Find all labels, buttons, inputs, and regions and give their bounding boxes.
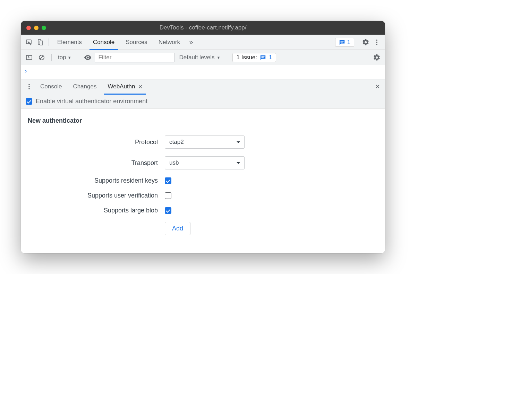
execution-context-select[interactable]: top ▼ — [56, 54, 74, 61]
minimize-window-button[interactable] — [34, 26, 39, 30]
context-label: top — [58, 54, 66, 61]
maximize-window-button[interactable] — [42, 26, 46, 30]
drawer-more-icon[interactable] — [24, 81, 35, 92]
protocol-row: Protocol ctap2 — [28, 135, 378, 149]
svg-line-10 — [40, 56, 43, 59]
tab-label: Console — [40, 83, 62, 90]
chevron-down-icon: ▼ — [217, 55, 221, 60]
titlebar: DevTools - coffee-cart.netlify.app/ — [21, 21, 385, 35]
svg-rect-4 — [340, 42, 342, 42]
add-button-row: Add — [28, 222, 378, 235]
svg-point-14 — [28, 86, 30, 87]
inspect-element-icon[interactable] — [24, 37, 35, 48]
large-blob-row: Supports large blob — [28, 207, 378, 214]
drawer-tab-strip: Console Changes WebAuthn ✕ ✕ — [21, 79, 385, 94]
enable-virtual-authenticator-label: Enable virtual authenticator environment — [36, 98, 147, 105]
tab-elements[interactable]: Elements — [52, 35, 87, 50]
separator — [49, 38, 49, 46]
tab-network[interactable]: Network — [153, 35, 186, 50]
window-title: DevTools - coffee-cart.netlify.app/ — [21, 24, 385, 31]
messages-badge[interactable]: 1 — [335, 38, 354, 47]
user-verification-checkbox[interactable] — [165, 192, 171, 199]
separator — [78, 54, 78, 61]
chevron-down-icon — [237, 162, 240, 164]
svg-rect-11 — [262, 56, 265, 56]
issues-label: 1 Issue: — [236, 54, 257, 61]
separator — [357, 38, 357, 46]
traffic-lights — [26, 26, 46, 30]
svg-point-7 — [376, 44, 377, 45]
tab-console[interactable]: Console — [87, 35, 120, 50]
transport-value: usb — [169, 159, 179, 166]
transport-select[interactable]: usb — [165, 156, 245, 169]
large-blob-label: Supports large blob — [28, 207, 165, 214]
svg-rect-3 — [340, 41, 343, 41]
resident-keys-checkbox[interactable] — [165, 177, 171, 184]
live-expression-icon[interactable] — [82, 52, 93, 63]
separator — [228, 54, 228, 61]
large-blob-checkbox[interactable] — [165, 207, 171, 214]
user-verification-label: Supports user verification — [28, 192, 165, 199]
add-authenticator-button[interactable]: Add — [165, 222, 190, 235]
log-levels-select[interactable]: Default levels ▼ — [176, 54, 224, 61]
user-verification-row: Supports user verification — [28, 192, 378, 199]
console-settings-icon[interactable] — [371, 52, 382, 63]
levels-label: Default levels — [179, 54, 215, 61]
close-tab-icon[interactable]: ✕ — [138, 84, 143, 90]
separator — [51, 54, 52, 61]
chevron-down-icon — [237, 141, 240, 143]
more-tabs-icon[interactable]: » — [186, 37, 197, 48]
close-drawer-icon[interactable]: ✕ — [373, 81, 382, 93]
enable-virtual-authenticator-checkbox[interactable] — [26, 98, 32, 105]
drawer-tab-console[interactable]: Console — [35, 79, 67, 94]
tab-label: Console — [93, 39, 114, 46]
protocol-select[interactable]: ctap2 — [165, 135, 245, 149]
clear-console-icon[interactable] — [36, 52, 47, 63]
issues-button[interactable]: 1 Issue: 1 — [232, 53, 276, 62]
resident-keys-row: Supports resident keys — [28, 177, 378, 184]
messages-count: 1 — [347, 39, 350, 46]
protocol-value: ctap2 — [169, 139, 184, 146]
main-tab-strip: Elements Console Sources Network » 1 — [21, 35, 385, 50]
tab-label: Changes — [73, 83, 96, 90]
svg-point-5 — [376, 40, 377, 41]
resident-keys-label: Supports resident keys — [28, 177, 165, 184]
console-toolbar: top ▼ Default levels ▼ 1 Issue: 1 — [21, 50, 385, 65]
transport-label: Transport — [28, 159, 165, 167]
webauthn-panel: New authenticator Protocol ctap2 Transpo… — [21, 109, 385, 253]
prompt-chevron-icon: › — [25, 68, 27, 74]
tab-label: Sources — [126, 39, 147, 46]
drawer-tab-changes[interactable]: Changes — [67, 79, 102, 94]
device-toolbar-icon[interactable] — [35, 37, 46, 48]
drawer-tab-webauthn[interactable]: WebAuthn ✕ — [102, 79, 148, 94]
console-sidebar-toggle-icon[interactable] — [24, 52, 35, 63]
protocol-label: Protocol — [28, 139, 165, 146]
svg-point-6 — [376, 42, 377, 43]
settings-icon[interactable] — [360, 37, 371, 48]
new-authenticator-title: New authenticator — [28, 117, 378, 124]
close-window-button[interactable] — [26, 26, 31, 30]
svg-point-15 — [28, 88, 30, 89]
issues-count: 1 — [269, 54, 272, 61]
devtools-window: DevTools - coffee-cart.netlify.app/ Elem… — [21, 21, 385, 253]
filter-input[interactable] — [95, 53, 174, 62]
more-menu-icon[interactable] — [371, 37, 382, 48]
tab-sources[interactable]: Sources — [120, 35, 153, 50]
svg-rect-12 — [262, 57, 264, 58]
tab-label: WebAuthn — [108, 83, 135, 90]
enable-virtual-authenticator-row: Enable virtual authenticator environment — [21, 94, 385, 109]
transport-row: Transport usb — [28, 156, 378, 169]
chevron-down-icon: ▼ — [68, 55, 71, 60]
tab-label: Network — [159, 39, 180, 46]
tab-label: Elements — [57, 39, 82, 46]
console-output[interactable]: › — [21, 65, 385, 79]
svg-rect-2 — [40, 41, 43, 45]
svg-point-13 — [28, 84, 30, 85]
